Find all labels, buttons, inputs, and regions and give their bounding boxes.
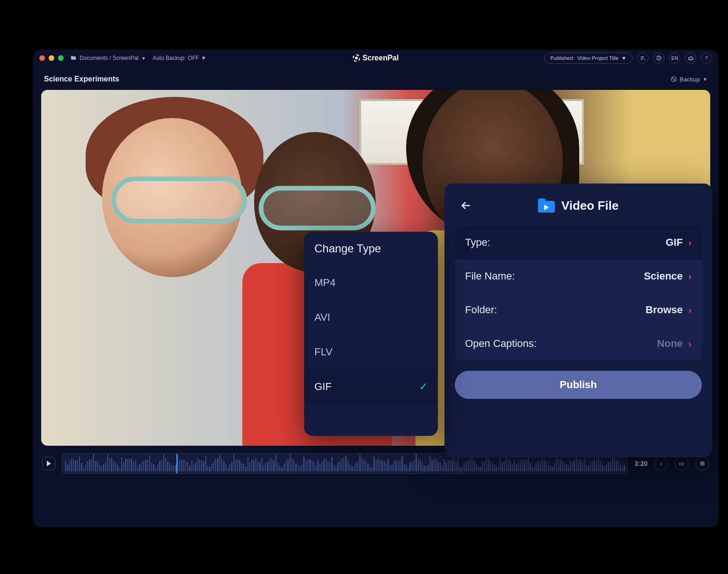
publish-label: Publish xyxy=(560,379,597,391)
project-title: Science Experiments xyxy=(44,75,119,83)
type-value: GIF xyxy=(666,236,683,249)
auto-backup-state: OFF xyxy=(188,55,199,61)
publish-badge-label: Published: xyxy=(550,55,574,61)
fullscreen-icon[interactable] xyxy=(58,55,64,61)
playlist-icon[interactable] xyxy=(637,52,648,64)
cloud-icon[interactable] xyxy=(685,52,696,64)
history-icon[interactable] xyxy=(653,52,664,64)
chevron-down-icon: ▼ xyxy=(201,55,206,61)
type-label: Type: xyxy=(465,236,490,249)
change-type-option-gif[interactable]: GIF✓ xyxy=(304,369,438,404)
breadcrumb-text: Documents / ScreenPal xyxy=(80,55,138,61)
breadcrumb[interactable]: Documents / ScreenPal ▼ xyxy=(70,55,146,61)
change-type-option-flv[interactable]: FLV xyxy=(304,335,438,369)
panel-title: Video File xyxy=(561,199,619,213)
play-button[interactable] xyxy=(42,457,55,470)
chevron-right-icon: › xyxy=(688,237,692,248)
video-file-panel: Video File Type: GIF › File Name: Scienc… xyxy=(444,184,712,457)
folder-row[interactable]: Folder: Browse › xyxy=(455,293,702,327)
app-logo: ScreenPal xyxy=(353,54,399,62)
no-backup-icon xyxy=(670,76,677,82)
duration-text: 3:20 xyxy=(634,460,648,467)
cc-button[interactable]: cc xyxy=(675,456,689,471)
auto-backup-label: Auto Backup: xyxy=(153,55,186,61)
playhead-icon[interactable] xyxy=(176,454,177,473)
backup-button[interactable]: Backup ▼ xyxy=(670,76,707,83)
chevron-down-icon: ▼ xyxy=(141,56,146,61)
language-button[interactable]: EN xyxy=(669,52,680,64)
window-traffic-lights[interactable] xyxy=(39,55,64,61)
close-icon[interactable] xyxy=(39,55,45,61)
publish-status-dropdown[interactable]: Published: Video Project Title ▼ xyxy=(544,52,633,64)
minimize-icon[interactable] xyxy=(49,55,54,61)
chevron-down-icon: ▼ xyxy=(703,77,707,82)
backup-label: Backup xyxy=(680,76,700,83)
change-type-option-label: GIF xyxy=(314,381,332,393)
logo-text: ScreenPal xyxy=(363,54,399,62)
filename-row[interactable]: File Name: Science › xyxy=(455,259,702,293)
filename-value: Science xyxy=(644,270,683,282)
window-topbar: Documents / ScreenPal ▼ Auto Backup: OFF… xyxy=(33,50,719,66)
help-icon[interactable]: ? xyxy=(701,52,712,64)
menu-icon[interactable] xyxy=(695,456,709,471)
chevron-right-icon: › xyxy=(688,339,692,349)
captions-label: Open Captions: xyxy=(465,338,537,350)
change-type-option-label: FLV xyxy=(314,346,333,358)
change-type-option-mp4[interactable]: MP4 xyxy=(304,265,438,300)
project-header: Science Experiments Backup ▼ xyxy=(33,66,719,90)
publish-badge-value: Video Project Title xyxy=(577,55,619,61)
type-row[interactable]: Type: GIF › xyxy=(455,226,702,259)
captions-value: None xyxy=(657,338,683,350)
check-icon: ✓ xyxy=(419,381,428,393)
change-type-option-label: AVI xyxy=(314,311,330,324)
change-type-title: Change Type xyxy=(304,242,438,265)
change-type-popover: Change Type MP4AVIFLVGIF✓ xyxy=(304,232,438,436)
logo-icon xyxy=(353,54,360,62)
back-button[interactable] xyxy=(458,197,474,214)
auto-backup-toggle[interactable]: Auto Backup: OFF ▼ xyxy=(153,55,206,61)
video-folder-icon xyxy=(538,199,555,213)
filename-label: File Name: xyxy=(465,270,515,282)
folder-label: Folder: xyxy=(465,304,497,316)
captions-row[interactable]: Open Captions: None › xyxy=(455,327,702,361)
music-icon[interactable]: ♪ xyxy=(654,456,668,471)
arrow-left-icon xyxy=(459,199,473,212)
change-type-option-label: MP4 xyxy=(314,277,335,289)
chevron-right-icon: › xyxy=(688,271,692,282)
chevron-down-icon: ▼ xyxy=(621,55,626,61)
chevron-right-icon: › xyxy=(688,305,692,316)
folder-icon xyxy=(70,55,77,61)
change-type-option-avi[interactable]: AVI xyxy=(304,300,438,335)
folder-value: Browse xyxy=(646,304,683,316)
publish-button[interactable]: Publish xyxy=(455,371,702,399)
